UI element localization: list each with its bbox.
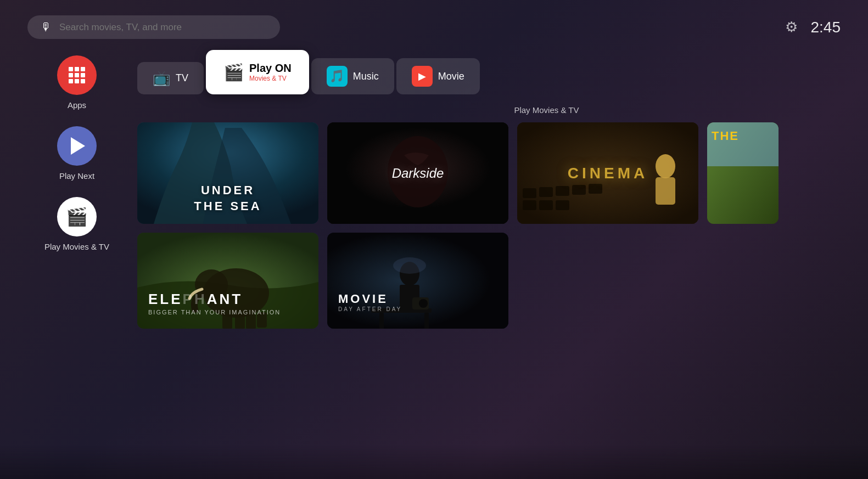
music-icon: 🎵 [327, 66, 348, 87]
elephant-sub: BIGGER THAN YOUR IMAGINATION [148, 309, 307, 315]
playon-icon: 🎬 [223, 63, 244, 82]
cinema-content: CINEMA [517, 122, 698, 224]
tab-tv-label: TV [176, 72, 188, 84]
movie-text: MOVIE DAY AFTER DAY [338, 292, 402, 312]
under-sea-content: UNDERTHE SEA [137, 122, 318, 224]
movie-bg [327, 233, 508, 329]
svg-point-32 [393, 257, 426, 274]
search-bar[interactable]: 🎙 [27, 15, 280, 39]
main-content: Apps Play Next 🎬 Play Movies & TV 📺 TV [0, 50, 868, 329]
partial-title: THE [712, 129, 739, 143]
playon-text-wrap: Play ON Movies & TV [249, 62, 292, 82]
sidebar-item-apps[interactable]: Apps [57, 55, 97, 110]
play-next-icon [57, 126, 97, 166]
media-row-1: UNDERTHE SEA [137, 122, 857, 224]
tab-playon[interactable]: 🎬 Play ON Movies & TV [206, 50, 309, 94]
movies-tv-icon: 🎬 [57, 197, 97, 236]
svg-rect-11 [539, 200, 553, 210]
svg-rect-24 [327, 233, 508, 329]
media-row-2: ELEPHANT BIGGER THAN YOUR IMAGINATION [137, 233, 857, 329]
elephant-title: ELEPHANT [148, 291, 307, 308]
darkside-title: Darkside [392, 166, 444, 181]
svg-rect-14 [656, 177, 675, 205]
svg-rect-8 [572, 185, 586, 195]
svg-rect-10 [523, 200, 536, 210]
tab-music-label: Music [353, 71, 379, 82]
play-triangle [71, 137, 85, 155]
svg-rect-29 [424, 313, 429, 329]
svg-rect-12 [556, 200, 569, 210]
elephant-text: ELEPHANT BIGGER THAN YOUR IMAGINATION [148, 291, 307, 315]
movie-title: MOVIE [338, 292, 402, 306]
play-next-label: Play Next [59, 171, 94, 181]
movie-sub: DAY AFTER DAY [338, 306, 402, 312]
card-darkside[interactable]: Darkside [327, 122, 508, 224]
svg-rect-22 [246, 314, 256, 329]
search-input[interactable] [59, 22, 267, 33]
apps-label: Apps [68, 100, 86, 110]
svg-rect-28 [379, 313, 384, 329]
tv-icon: 📺 [153, 70, 170, 87]
svg-rect-6 [539, 187, 553, 197]
svg-rect-20 [222, 314, 232, 329]
grid-icon [69, 67, 85, 83]
svg-rect-5 [523, 188, 536, 198]
mic-icon: 🎙 [41, 21, 52, 33]
tab-music[interactable]: 🎵 Music [311, 58, 394, 94]
elephant-content: ELEPHANT BIGGER THAN YOUR IMAGINATION [137, 233, 318, 329]
tabs-subtitle: Play Movies & TV [137, 105, 857, 115]
movie-icon: ▶ [412, 66, 433, 87]
movies-tv-emoji: 🎬 [66, 206, 88, 227]
sidebar: Apps Play Next 🎬 Play Movies & TV [22, 50, 132, 329]
tab-tv[interactable]: 📺 TV [137, 62, 204, 94]
svg-rect-7 [556, 186, 569, 196]
svg-rect-9 [589, 184, 602, 194]
movie-content: MOVIE DAY AFTER DAY [327, 233, 508, 329]
sidebar-item-movies-tv[interactable]: 🎬 Play Movies & TV [44, 197, 109, 251]
tab-playon-sublabel: Movies & TV [249, 75, 292, 82]
tabs-row: 📺 TV 🎬 Play ON Movies & TV 🎵 Music [137, 50, 857, 94]
card-under-sea[interactable]: UNDERTHE SEA [137, 122, 318, 224]
svg-rect-21 [235, 314, 245, 329]
card-cinema[interactable]: CINEMA [517, 122, 698, 224]
tab-movie[interactable]: ▶ Movie [396, 58, 480, 94]
svg-point-13 [656, 154, 675, 178]
header-right: ⚙ 2:45 [785, 19, 841, 36]
card-partial[interactable]: THE [707, 122, 779, 224]
sidebar-item-play-next[interactable]: Play Next [57, 126, 97, 181]
header: 🎙 ⚙ 2:45 [0, 0, 868, 50]
card-movie-day[interactable]: MOVIE DAY AFTER DAY [327, 233, 508, 329]
apps-icon [57, 55, 97, 95]
card-elephant[interactable]: ELEPHANT BIGGER THAN YOUR IMAGINATION [137, 233, 318, 329]
gear-icon[interactable]: ⚙ [785, 19, 798, 36]
tab-playon-label: Play ON [249, 62, 292, 75]
content-area: 📺 TV 🎬 Play ON Movies & TV 🎵 Music [132, 50, 868, 329]
darkside-content: Darkside [327, 122, 508, 224]
clock: 2:45 [811, 19, 841, 36]
under-sea-title: UNDERTHE SEA [194, 183, 261, 214]
svg-point-31 [419, 299, 428, 308]
cinema-title: CINEMA [568, 165, 648, 182]
movies-tv-label: Play Movies & TV [44, 242, 109, 251]
tab-movie-label: Movie [438, 71, 464, 82]
